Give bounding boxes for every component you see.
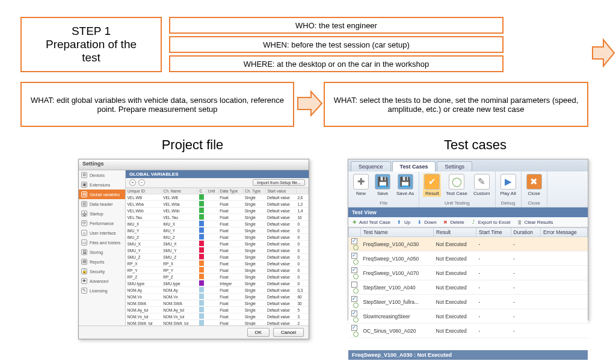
variable-row[interactable]: NOM.VxNOM.VxFloatSingleDefault value60 xyxy=(126,294,309,300)
variable-row[interactable]: SMU_YSMU_YFloatSingleDefault value0 xyxy=(126,247,309,254)
variable-row[interactable]: RP_YRP_YFloatSingleDefault value0 xyxy=(126,267,309,274)
sidebar-item-files-and-folders[interactable]: ▭Files and folders xyxy=(79,238,125,247)
sidebar-item-advanced[interactable]: ✚Advanced xyxy=(79,276,125,286)
test-cases-window: SequenceTest CasesSettings ✚New💾Save💾Sav… xyxy=(348,159,588,320)
ok-button[interactable]: OK xyxy=(247,328,270,337)
sidebar-item-startup[interactable]: ⏻Startup xyxy=(79,209,125,218)
ribbon-group-close: ✖CloseClose xyxy=(522,171,547,207)
variable-row[interactable]: SMU_XSMU_XFloatSingleDefault value0 xyxy=(126,241,309,247)
variable-row[interactable]: VEL.WbbVEL.WbbFloatSingleDefault value1,… xyxy=(126,208,309,214)
test-checkbox[interactable] xyxy=(351,253,357,259)
test-row[interactable]: StepSteer_V100_fullra...Not Executed-- xyxy=(349,295,588,309)
gv-toolbar: + − Import from Setup file... xyxy=(126,178,309,188)
project-file-window: Settings ⚙Devices▣Extensions▤Global vari… xyxy=(78,159,309,339)
step1-line3: test xyxy=(82,51,100,64)
variable-row[interactable]: RP_ZRP_ZFloatSingleDefault value0 xyxy=(126,274,309,280)
sidebar-icon: ✎ xyxy=(81,288,87,294)
sidebar-item-devices[interactable]: ⚙Devices xyxy=(79,170,125,180)
sidebar-item-licensing[interactable]: ✎Licensing xyxy=(79,286,125,295)
save-as-button[interactable]: 💾Save As xyxy=(395,173,415,197)
variable-row[interactable]: VEL.TauVEL.TauFloatSingleDefault value16 xyxy=(126,214,309,221)
what2-box: WHAT: select the tests to be done, set t… xyxy=(324,82,588,127)
test-row[interactable]: FreqSweep_V100_A030Not Executed-- xyxy=(349,237,588,251)
custom-icon: ✎ xyxy=(474,174,490,190)
sidebar-item-security[interactable]: 🔒Security xyxy=(79,267,125,276)
ribbon-group-debug: ▶Play AllDebug xyxy=(496,171,522,207)
sidebar-item-storing[interactable]: 🖫Storing xyxy=(79,247,125,257)
sidebar-item-performance[interactable]: ⟳Performance xyxy=(79,218,125,228)
cancel-button[interactable]: Cancel xyxy=(273,328,304,337)
custom-button[interactable]: ✎Custom xyxy=(472,173,491,197)
status-ring-icon xyxy=(353,288,359,294)
variable-row[interactable]: IMU_ZIMU_ZFloatSingleDefault value0 xyxy=(126,234,309,241)
arrow-right-icon xyxy=(591,37,615,69)
close-button[interactable]: ✖Close xyxy=(525,173,543,197)
variable-row[interactable]: NOM.Vx_tolNOM.Vx_tolFloatSingleDefault v… xyxy=(126,313,309,320)
sidebar-item-extensions[interactable]: ▣Extensions xyxy=(79,180,125,190)
tab-settings[interactable]: Settings xyxy=(437,161,472,171)
import-from-setup-button[interactable]: Import from Setup file... xyxy=(253,179,305,186)
sidebar-item-reports[interactable]: ▤Reports xyxy=(79,257,125,267)
what1-box: WHAT: edit global variables with vehicle… xyxy=(20,82,294,127)
sidebar-icon: ☺ xyxy=(81,230,87,236)
sidebar-icon: ▤ xyxy=(81,191,87,197)
variable-row[interactable]: NOM.SWA_tolNOM.SWA_tolFloatSingleDefault… xyxy=(126,320,309,326)
test-case-button[interactable]: ◯Test Case xyxy=(445,173,469,197)
variable-row[interactable]: NOM.AyNOM.AyFloatSingleDefault value0,3 xyxy=(126,287,309,294)
test-checkbox[interactable] xyxy=(351,282,357,288)
clear-results-button[interactable]: 🗑Clear Results xyxy=(517,219,553,225)
sidebar-item-user-interface[interactable]: ☺User interface xyxy=(79,228,125,238)
export-to-excel-button[interactable]: ⤴Export to Excel xyxy=(470,219,511,225)
add-test-case-button[interactable]: ✚Add Test Case xyxy=(351,219,390,225)
variable-row[interactable]: SMU.typeSMU.typeIntegerSingleDefault val… xyxy=(126,280,309,287)
down-icon: ⬇ xyxy=(416,219,422,225)
test-row[interactable]: SlowIncreasingSteerNot Executed-- xyxy=(349,309,588,324)
test-row[interactable]: StepSteer_V100_A040Not Executed-- xyxy=(349,280,588,295)
tab-sequence[interactable]: Sequence xyxy=(351,161,391,171)
sidebar-item-global-variables[interactable]: ▤Global variables xyxy=(79,190,125,199)
tab-test-cases[interactable]: Test Cases xyxy=(392,161,436,171)
up-icon: ⬆ xyxy=(396,219,402,225)
variable-row[interactable]: NOM.SWANOM.SWAFloatSingleDefault value30 xyxy=(126,300,309,307)
save-button[interactable]: 💾Save xyxy=(374,173,392,197)
test-row[interactable]: OC_Sinus_V060_A020Not Executed-- xyxy=(349,324,588,338)
play-all-button[interactable]: ▶Play All xyxy=(499,173,517,197)
step1-line1: STEP 1 xyxy=(72,25,111,38)
test-row[interactable]: FreqSweep_V100_A070Not Executed-- xyxy=(349,266,588,280)
test-checkbox[interactable] xyxy=(351,238,357,244)
sidebar-icon: ⏻ xyxy=(81,211,87,217)
test-view-toolbar: ✚Add Test Case⬆Up⬇Down✖Delete⤴Export to … xyxy=(348,217,588,227)
status-ring-icon xyxy=(353,317,359,322)
delete-button[interactable]: ✖Delete xyxy=(443,219,464,225)
result-button[interactable]: ✔Result xyxy=(423,173,441,197)
delete-icon: ✖ xyxy=(443,219,449,225)
test-checkbox[interactable] xyxy=(351,310,357,316)
step1-box: STEP 1 Preparation of the test xyxy=(20,17,162,72)
down-button[interactable]: ⬇Down xyxy=(416,219,436,225)
variable-row[interactable]: VEL.WBVEL.WBFloatSingleDefault value2,6 xyxy=(126,194,309,201)
test-checkbox[interactable] xyxy=(351,296,357,302)
test-case-icon: ◯ xyxy=(449,174,464,190)
variable-row[interactable]: IMU_YIMU_YFloatSingleDefault value0 xyxy=(126,227,309,234)
variable-row[interactable]: SMU_ZSMU_ZFloatSingleDefault value0 xyxy=(126,254,309,261)
global-variables-header: GLOBAL VARIABLES xyxy=(126,170,309,178)
variable-row[interactable]: NOM.Ay_tolNOM.Ay_tolFloatSingleDefault v… xyxy=(126,307,309,313)
sidebar-item-data-header[interactable]: ▥Data header xyxy=(79,199,125,209)
play-all-icon: ▶ xyxy=(500,174,516,190)
up-button[interactable]: ⬆Up xyxy=(396,219,410,225)
variable-row[interactable]: IMU_XIMU_XFloatSingleDefault value0 xyxy=(126,221,309,227)
remove-variable-button[interactable]: − xyxy=(138,179,145,186)
test-checkbox[interactable] xyxy=(351,267,357,273)
test-checkbox[interactable] xyxy=(351,325,357,331)
new-button[interactable]: ✚New xyxy=(352,173,370,197)
test-row[interactable]: FreqSweep_V100_A050Not Executed-- xyxy=(349,251,588,266)
sidebar-icon: 🖫 xyxy=(81,249,87,255)
settings-window-title: Settings xyxy=(79,159,309,170)
variable-row[interactable]: RP_XRP_XFloatSingleDefault value0 xyxy=(126,261,309,267)
variable-row[interactable]: VEL.WbaVEL.WbaFloatSingleDefault value1,… xyxy=(126,201,309,208)
arrow-middle-icon xyxy=(297,89,323,118)
add-variable-button[interactable]: + xyxy=(129,179,136,186)
test-view-header: Test View xyxy=(348,208,588,217)
sidebar-icon: ⟳ xyxy=(81,220,87,226)
step1-line2: Preparation of the xyxy=(46,38,137,51)
